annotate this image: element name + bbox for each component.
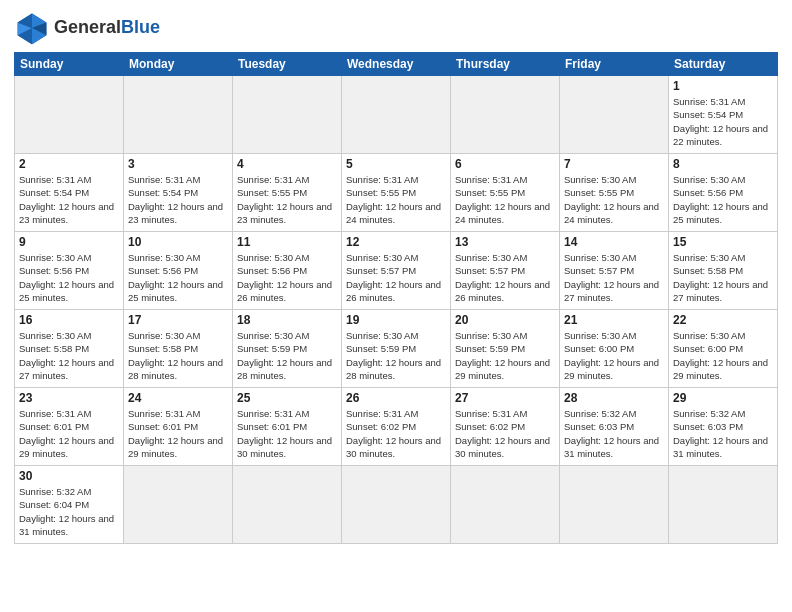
day-number: 4 [237, 157, 337, 171]
table-row: 29Sunrise: 5:32 AMSunset: 6:03 PMDayligh… [669, 388, 778, 466]
day-info: Sunrise: 5:31 AMSunset: 5:54 PMDaylight:… [128, 173, 228, 226]
calendar-row: 9Sunrise: 5:30 AMSunset: 5:56 PMDaylight… [15, 232, 778, 310]
day-number: 26 [346, 391, 446, 405]
calendar-row: 30Sunrise: 5:32 AMSunset: 6:04 PMDayligh… [15, 466, 778, 544]
day-number: 19 [346, 313, 446, 327]
day-number: 10 [128, 235, 228, 249]
table-row: 24Sunrise: 5:31 AMSunset: 6:01 PMDayligh… [124, 388, 233, 466]
header-tuesday: Tuesday [233, 53, 342, 76]
day-number: 22 [673, 313, 773, 327]
day-number: 9 [19, 235, 119, 249]
day-info: Sunrise: 5:31 AMSunset: 5:55 PMDaylight:… [346, 173, 446, 226]
table-row: 17Sunrise: 5:30 AMSunset: 5:58 PMDayligh… [124, 310, 233, 388]
table-row: 30Sunrise: 5:32 AMSunset: 6:04 PMDayligh… [15, 466, 124, 544]
day-info: Sunrise: 5:30 AMSunset: 5:56 PMDaylight:… [237, 251, 337, 304]
day-number: 1 [673, 79, 773, 93]
table-row: 19Sunrise: 5:30 AMSunset: 5:59 PMDayligh… [342, 310, 451, 388]
table-row [451, 76, 560, 154]
day-info: Sunrise: 5:31 AMSunset: 6:01 PMDaylight:… [128, 407, 228, 460]
day-number: 17 [128, 313, 228, 327]
day-info: Sunrise: 5:30 AMSunset: 6:00 PMDaylight:… [673, 329, 773, 382]
day-number: 3 [128, 157, 228, 171]
day-info: Sunrise: 5:32 AMSunset: 6:03 PMDaylight:… [564, 407, 664, 460]
header-sunday: Sunday [15, 53, 124, 76]
table-row: 2Sunrise: 5:31 AMSunset: 5:54 PMDaylight… [15, 154, 124, 232]
day-number: 14 [564, 235, 664, 249]
header-wednesday: Wednesday [342, 53, 451, 76]
table-row [560, 466, 669, 544]
day-info: Sunrise: 5:30 AMSunset: 5:57 PMDaylight:… [455, 251, 555, 304]
day-info: Sunrise: 5:31 AMSunset: 5:55 PMDaylight:… [455, 173, 555, 226]
day-number: 20 [455, 313, 555, 327]
table-row: 1Sunrise: 5:31 AMSunset: 5:54 PMDaylight… [669, 76, 778, 154]
header: GeneralBlue [14, 10, 778, 46]
table-row: 12Sunrise: 5:30 AMSunset: 5:57 PMDayligh… [342, 232, 451, 310]
day-number: 30 [19, 469, 119, 483]
table-row: 26Sunrise: 5:31 AMSunset: 6:02 PMDayligh… [342, 388, 451, 466]
table-row: 28Sunrise: 5:32 AMSunset: 6:03 PMDayligh… [560, 388, 669, 466]
table-row [342, 76, 451, 154]
day-info: Sunrise: 5:30 AMSunset: 5:56 PMDaylight:… [19, 251, 119, 304]
table-row [15, 76, 124, 154]
day-info: Sunrise: 5:30 AMSunset: 5:56 PMDaylight:… [128, 251, 228, 304]
table-row: 18Sunrise: 5:30 AMSunset: 5:59 PMDayligh… [233, 310, 342, 388]
logo-text-block: GeneralBlue [54, 18, 160, 38]
table-row: 27Sunrise: 5:31 AMSunset: 6:02 PMDayligh… [451, 388, 560, 466]
day-info: Sunrise: 5:30 AMSunset: 6:00 PMDaylight:… [564, 329, 664, 382]
table-row [233, 466, 342, 544]
day-number: 8 [673, 157, 773, 171]
logo-icon [14, 10, 50, 46]
logo: GeneralBlue [14, 10, 160, 46]
table-row: 6Sunrise: 5:31 AMSunset: 5:55 PMDaylight… [451, 154, 560, 232]
table-row: 10Sunrise: 5:30 AMSunset: 5:56 PMDayligh… [124, 232, 233, 310]
header-monday: Monday [124, 53, 233, 76]
day-number: 11 [237, 235, 337, 249]
day-info: Sunrise: 5:31 AMSunset: 6:02 PMDaylight:… [455, 407, 555, 460]
day-number: 23 [19, 391, 119, 405]
day-info: Sunrise: 5:31 AMSunset: 5:54 PMDaylight:… [673, 95, 773, 148]
day-number: 15 [673, 235, 773, 249]
day-info: Sunrise: 5:31 AMSunset: 5:55 PMDaylight:… [237, 173, 337, 226]
day-info: Sunrise: 5:31 AMSunset: 6:01 PMDaylight:… [19, 407, 119, 460]
header-friday: Friday [560, 53, 669, 76]
day-info: Sunrise: 5:31 AMSunset: 6:01 PMDaylight:… [237, 407, 337, 460]
table-row [451, 466, 560, 544]
day-info: Sunrise: 5:30 AMSunset: 5:58 PMDaylight:… [128, 329, 228, 382]
table-row: 5Sunrise: 5:31 AMSunset: 5:55 PMDaylight… [342, 154, 451, 232]
table-row: 8Sunrise: 5:30 AMSunset: 5:56 PMDaylight… [669, 154, 778, 232]
day-info: Sunrise: 5:30 AMSunset: 5:57 PMDaylight:… [564, 251, 664, 304]
day-number: 28 [564, 391, 664, 405]
day-number: 7 [564, 157, 664, 171]
day-number: 12 [346, 235, 446, 249]
day-number: 6 [455, 157, 555, 171]
table-row: 22Sunrise: 5:30 AMSunset: 6:00 PMDayligh… [669, 310, 778, 388]
day-info: Sunrise: 5:32 AMSunset: 6:03 PMDaylight:… [673, 407, 773, 460]
day-number: 24 [128, 391, 228, 405]
day-number: 21 [564, 313, 664, 327]
header-thursday: Thursday [451, 53, 560, 76]
table-row: 4Sunrise: 5:31 AMSunset: 5:55 PMDaylight… [233, 154, 342, 232]
day-info: Sunrise: 5:31 AMSunset: 6:02 PMDaylight:… [346, 407, 446, 460]
table-row: 9Sunrise: 5:30 AMSunset: 5:56 PMDaylight… [15, 232, 124, 310]
table-row: 25Sunrise: 5:31 AMSunset: 6:01 PMDayligh… [233, 388, 342, 466]
calendar-row: 23Sunrise: 5:31 AMSunset: 6:01 PMDayligh… [15, 388, 778, 466]
day-info: Sunrise: 5:30 AMSunset: 5:59 PMDaylight:… [237, 329, 337, 382]
logo-blue: Blue [121, 17, 160, 37]
day-number: 29 [673, 391, 773, 405]
day-number: 16 [19, 313, 119, 327]
day-info: Sunrise: 5:30 AMSunset: 5:56 PMDaylight:… [673, 173, 773, 226]
table-row [342, 466, 451, 544]
table-row: 11Sunrise: 5:30 AMSunset: 5:56 PMDayligh… [233, 232, 342, 310]
table-row: 15Sunrise: 5:30 AMSunset: 5:58 PMDayligh… [669, 232, 778, 310]
day-number: 25 [237, 391, 337, 405]
calendar-row: 16Sunrise: 5:30 AMSunset: 5:58 PMDayligh… [15, 310, 778, 388]
table-row: 16Sunrise: 5:30 AMSunset: 5:58 PMDayligh… [15, 310, 124, 388]
day-info: Sunrise: 5:30 AMSunset: 5:59 PMDaylight:… [455, 329, 555, 382]
day-info: Sunrise: 5:30 AMSunset: 5:58 PMDaylight:… [673, 251, 773, 304]
table-row [669, 466, 778, 544]
table-row: 23Sunrise: 5:31 AMSunset: 6:01 PMDayligh… [15, 388, 124, 466]
day-number: 5 [346, 157, 446, 171]
day-info: Sunrise: 5:30 AMSunset: 5:59 PMDaylight:… [346, 329, 446, 382]
day-info: Sunrise: 5:30 AMSunset: 5:57 PMDaylight:… [346, 251, 446, 304]
calendar: Sunday Monday Tuesday Wednesday Thursday… [14, 52, 778, 544]
